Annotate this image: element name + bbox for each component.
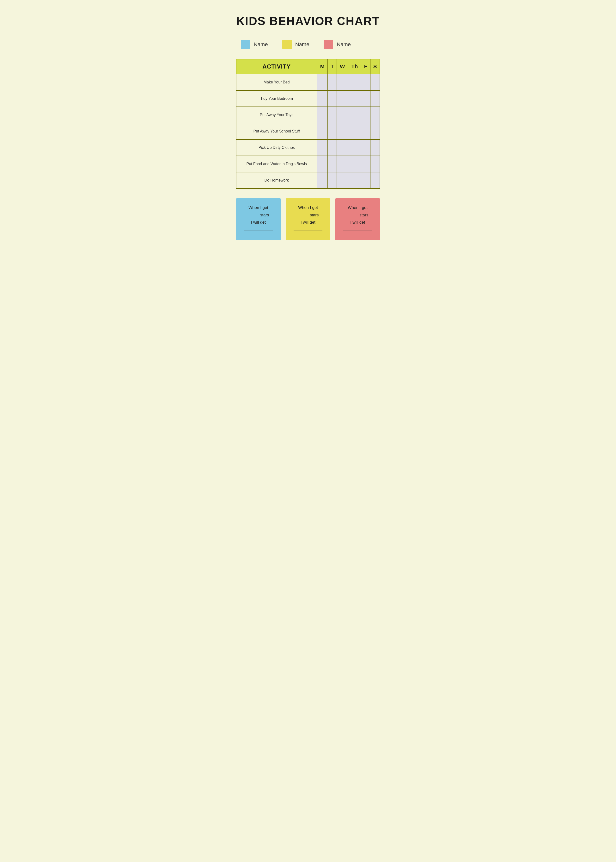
cell-2-f[interactable] xyxy=(361,107,370,123)
reward-underline-pink xyxy=(343,231,372,231)
day-header-t: T xyxy=(328,59,337,74)
cell-2-m[interactable] xyxy=(317,107,328,123)
activity-cell-2: Put Away Your Toys xyxy=(236,107,317,123)
cell-6-m[interactable] xyxy=(317,172,328,189)
cell-1-m[interactable] xyxy=(317,90,328,107)
cell-2-th[interactable] xyxy=(348,107,361,123)
activity-cell-6: Do Homework xyxy=(236,172,317,189)
cell-4-w[interactable] xyxy=(337,139,348,156)
day-header-m: M xyxy=(317,59,328,74)
legend-color-yellow xyxy=(282,40,292,49)
cell-6-s[interactable] xyxy=(370,172,380,189)
activity-cell-4: Pick Up Dirty Clothes xyxy=(236,139,317,156)
reward-line2-yellow: _____ stars xyxy=(297,213,319,217)
cell-5-f[interactable] xyxy=(361,156,370,172)
table-row: Tidy Your Bedroom xyxy=(236,90,380,107)
cell-0-f[interactable] xyxy=(361,74,370,90)
reward-underline-blue xyxy=(244,231,273,231)
cell-6-th[interactable] xyxy=(348,172,361,189)
cell-5-w[interactable] xyxy=(337,156,348,172)
reward-card-pink: When I get _____ stars I will get xyxy=(335,199,380,240)
cell-5-t[interactable] xyxy=(328,156,337,172)
cell-1-th[interactable] xyxy=(348,90,361,107)
table-row: Put Food and Water in Dog's Bowls xyxy=(236,156,380,172)
table-row: Make Your Bed xyxy=(236,74,380,90)
table-row: Pick Up Dirty Clothes xyxy=(236,139,380,156)
cell-5-m[interactable] xyxy=(317,156,328,172)
reward-card-blue: When I get _____ stars I will get xyxy=(236,199,281,240)
table-row: Put Away Your Toys xyxy=(236,107,380,123)
cell-1-f[interactable] xyxy=(361,90,370,107)
activity-cell-5: Put Food and Water in Dog's Bowls xyxy=(236,156,317,172)
reward-line2-blue: _____ stars xyxy=(248,213,269,217)
cell-2-s[interactable] xyxy=(370,107,380,123)
reward-line1-blue: When I get xyxy=(248,205,268,210)
cell-0-s[interactable] xyxy=(370,74,380,90)
legend-label-blue: Name xyxy=(254,41,268,47)
legend-color-pink xyxy=(324,40,333,49)
reward-line3-yellow: I will get xyxy=(300,220,315,225)
day-header-w: W xyxy=(337,59,348,74)
cell-0-t[interactable] xyxy=(328,74,337,90)
behavior-table-container: ACTIVITY MTWThFS Make Your BedTidy Your … xyxy=(236,59,380,189)
behavior-table: ACTIVITY MTWThFS Make Your BedTidy Your … xyxy=(236,59,380,189)
legend-item-yellow: Name xyxy=(282,40,310,49)
activity-header: ACTIVITY xyxy=(236,59,317,74)
cell-5-s[interactable] xyxy=(370,156,380,172)
legend-color-blue xyxy=(241,40,250,49)
reward-line3-blue: I will get xyxy=(251,220,266,225)
day-header-th: Th xyxy=(348,59,361,74)
reward-line1-pink: When I get xyxy=(348,205,368,210)
activity-cell-0: Make Your Bed xyxy=(236,74,317,90)
legend-item-pink: Name xyxy=(324,40,351,49)
cell-1-t[interactable] xyxy=(328,90,337,107)
cell-1-s[interactable] xyxy=(370,90,380,107)
cell-6-w[interactable] xyxy=(337,172,348,189)
activity-cell-3: Put Away Your School Stuff xyxy=(236,123,317,139)
cell-3-t[interactable] xyxy=(328,123,337,139)
reward-line3-pink: I will get xyxy=(350,220,365,225)
table-header-row: ACTIVITY MTWThFS xyxy=(236,59,380,74)
cell-3-w[interactable] xyxy=(337,123,348,139)
cell-6-f[interactable] xyxy=(361,172,370,189)
activity-cell-1: Tidy Your Bedroom xyxy=(236,90,317,107)
cell-2-t[interactable] xyxy=(328,107,337,123)
cell-0-w[interactable] xyxy=(337,74,348,90)
reward-underline-yellow xyxy=(294,231,322,231)
legend-label-yellow: Name xyxy=(295,41,310,47)
cell-3-f[interactable] xyxy=(361,123,370,139)
rewards-section: When I get _____ stars I will get When I… xyxy=(236,199,380,240)
legend: NameNameName xyxy=(236,40,380,49)
cell-3-s[interactable] xyxy=(370,123,380,139)
page-title: KIDS BEHAVIOR CHART xyxy=(236,14,380,28)
cell-4-m[interactable] xyxy=(317,139,328,156)
reward-card-yellow: When I get _____ stars I will get xyxy=(286,199,331,240)
table-row: Do Homework xyxy=(236,172,380,189)
day-header-s: S xyxy=(370,59,380,74)
cell-1-w[interactable] xyxy=(337,90,348,107)
cell-2-w[interactable] xyxy=(337,107,348,123)
cell-0-m[interactable] xyxy=(317,74,328,90)
cell-4-th[interactable] xyxy=(348,139,361,156)
legend-item-blue: Name xyxy=(241,40,268,49)
cell-6-t[interactable] xyxy=(328,172,337,189)
cell-4-t[interactable] xyxy=(328,139,337,156)
table-body: Make Your BedTidy Your BedroomPut Away Y… xyxy=(236,74,380,189)
cell-0-th[interactable] xyxy=(348,74,361,90)
cell-4-s[interactable] xyxy=(370,139,380,156)
table-row: Put Away Your School Stuff xyxy=(236,123,380,139)
cell-5-th[interactable] xyxy=(348,156,361,172)
page: KIDS BEHAVIOR CHART NameNameName ACTIVIT… xyxy=(222,0,394,255)
cell-3-th[interactable] xyxy=(348,123,361,139)
legend-label-pink: Name xyxy=(336,41,351,47)
day-header-f: F xyxy=(361,59,370,74)
reward-line1-yellow: When I get xyxy=(298,205,318,210)
cell-4-f[interactable] xyxy=(361,139,370,156)
reward-line2-pink: _____ stars xyxy=(347,213,368,217)
cell-3-m[interactable] xyxy=(317,123,328,139)
